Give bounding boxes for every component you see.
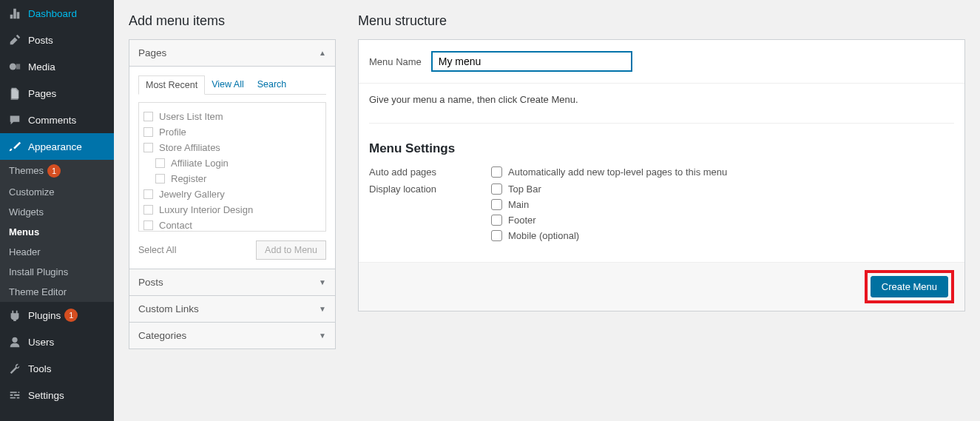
categories-accordion-header[interactable]: Categories ▼ xyxy=(129,322,335,348)
sub-item-widgets[interactable]: Widgets xyxy=(0,202,114,222)
tab-search[interactable]: Search xyxy=(251,75,294,94)
chevron-down-icon: ▼ xyxy=(319,331,326,340)
sidebar-item-posts[interactable]: Posts xyxy=(0,27,114,53)
pages-accordion: Pages ▲ Most Recent View All Search User… xyxy=(129,39,336,349)
sidebar-item-plugins[interactable]: Plugins 1 xyxy=(0,302,114,329)
badge: 1 xyxy=(47,164,61,178)
display-location-option[interactable]: Mobile (optional) xyxy=(491,230,579,241)
sub-item-menus[interactable]: Menus xyxy=(0,222,114,242)
brush-icon xyxy=(7,139,22,154)
structure-title: Menu structure xyxy=(358,13,965,29)
tab-most-recent[interactable]: Most Recent xyxy=(138,75,205,95)
checkbox[interactable] xyxy=(143,143,153,152)
posts-accordion-header[interactable]: Posts ▼ xyxy=(129,269,335,295)
checkbox[interactable] xyxy=(491,199,502,210)
page-list[interactable]: Users List ItemProfileStore AffiliatesAf… xyxy=(138,102,326,232)
menu-structure-column: Menu structure Menu Name Give your menu … xyxy=(358,0,965,349)
appearance-submenu: Themes1 Customize Widgets Menus Header I… xyxy=(0,160,114,302)
display-location-option[interactable]: Footer xyxy=(491,215,579,226)
page-list-item[interactable]: Profile xyxy=(142,124,322,140)
checkbox[interactable] xyxy=(491,183,502,195)
add-to-menu-button[interactable]: Add to Menu xyxy=(256,240,326,260)
sub-item-header[interactable]: Header xyxy=(0,242,114,262)
checkbox[interactable] xyxy=(143,127,153,137)
sidebar-label: Tools xyxy=(28,363,52,374)
media-icon xyxy=(7,59,22,74)
page-list-item[interactable]: Luxury Interior Design xyxy=(142,202,322,218)
user-icon xyxy=(7,334,22,349)
chevron-down-icon: ▼ xyxy=(319,278,326,286)
sidebar-label: Users xyxy=(28,337,54,348)
sub-item-install-plugins[interactable]: Install Plugins xyxy=(0,262,114,282)
display-location-option[interactable]: Main xyxy=(491,199,579,210)
sidebar-item-pages[interactable]: Pages xyxy=(0,80,114,107)
checkbox[interactable] xyxy=(143,205,153,215)
display-location-option[interactable]: Top Bar xyxy=(491,183,579,195)
sub-item-themes[interactable]: Themes1 xyxy=(0,160,114,182)
sidebar-item-appearance[interactable]: Appearance xyxy=(0,133,114,160)
sidebar-label: Pages xyxy=(28,88,56,99)
custom-links-accordion-header[interactable]: Custom Links ▼ xyxy=(129,295,335,322)
create-menu-highlight: Create Menu xyxy=(865,270,954,303)
checkbox[interactable] xyxy=(491,166,502,178)
sidebar-item-dashboard[interactable]: Dashboard xyxy=(0,0,114,27)
badge: 1 xyxy=(64,309,78,322)
checkbox[interactable] xyxy=(143,220,153,230)
admin-sidebar: Dashboard Posts Media Pages Comments App… xyxy=(0,0,114,421)
checkbox[interactable] xyxy=(491,215,502,226)
checkbox[interactable] xyxy=(155,174,165,183)
display-location-label: Display location xyxy=(369,183,491,241)
sidebar-item-media[interactable]: Media xyxy=(0,53,114,80)
sidebar-item-settings[interactable]: Settings xyxy=(0,382,114,408)
chevron-down-icon: ▼ xyxy=(319,305,326,313)
main-content: Add menu items Pages ▲ Most Recent View … xyxy=(114,0,980,421)
auto-add-label: Auto add pages xyxy=(369,166,491,178)
checkbox[interactable] xyxy=(491,230,502,241)
instruction-text: Give your menu a name, then click Create… xyxy=(369,94,954,124)
tab-view-all[interactable]: View All xyxy=(205,75,251,94)
checkbox[interactable] xyxy=(155,158,165,168)
comment-icon xyxy=(7,112,22,127)
page-list-item[interactable]: Contact xyxy=(142,218,322,232)
pages-tabs: Most Recent View All Search xyxy=(138,75,326,95)
sidebar-item-tools[interactable]: Tools xyxy=(0,355,114,382)
page-list-item[interactable]: Store Affiliates xyxy=(142,140,322,155)
menu-name-label: Menu Name xyxy=(369,56,422,67)
auto-add-option[interactable]: Automatically add new top-level pages to… xyxy=(491,166,727,178)
page-list-item[interactable]: Affiliate Login xyxy=(142,155,322,171)
sidebar-label: Settings xyxy=(28,390,64,401)
svg-point-0 xyxy=(10,64,16,70)
sub-item-customize[interactable]: Customize xyxy=(0,182,114,202)
checkbox[interactable] xyxy=(143,112,153,121)
sidebar-label: Appearance xyxy=(28,141,82,152)
plugin-icon xyxy=(7,308,22,323)
create-menu-button[interactable]: Create Menu xyxy=(871,276,948,297)
sidebar-label: Posts xyxy=(28,35,53,46)
sidebar-item-users[interactable]: Users xyxy=(0,329,114,355)
add-menu-items-column: Add menu items Pages ▲ Most Recent View … xyxy=(129,0,336,349)
page-icon xyxy=(7,86,22,101)
wrench-icon xyxy=(7,361,22,376)
page-list-item[interactable]: Jewelry Gallery xyxy=(142,186,322,202)
select-all-link[interactable]: Select All xyxy=(138,245,176,255)
sidebar-label: Plugins xyxy=(28,310,61,321)
sidebar-label: Comments xyxy=(28,115,76,126)
structure-box: Menu Name Give your menu a name, then cl… xyxy=(358,39,965,311)
menu-name-input[interactable] xyxy=(432,52,632,71)
chevron-up-icon: ▲ xyxy=(319,49,326,57)
sidebar-label: Dashboard xyxy=(28,8,77,19)
pin-icon xyxy=(7,33,22,47)
add-items-title: Add menu items xyxy=(129,13,336,29)
sidebar-item-comments[interactable]: Comments xyxy=(0,107,114,133)
checkbox[interactable] xyxy=(143,189,153,199)
page-list-item[interactable]: Users List Item xyxy=(142,109,322,124)
sub-item-theme-editor[interactable]: Theme Editor xyxy=(0,282,114,302)
sliders-icon xyxy=(7,388,22,403)
pages-accordion-header[interactable]: Pages ▲ xyxy=(129,40,335,67)
dashboard-icon xyxy=(7,6,22,21)
svg-point-1 xyxy=(12,337,17,343)
menu-settings-title: Menu Settings xyxy=(369,141,954,156)
sidebar-label: Media xyxy=(28,61,55,73)
page-list-item[interactable]: Register xyxy=(142,171,322,186)
